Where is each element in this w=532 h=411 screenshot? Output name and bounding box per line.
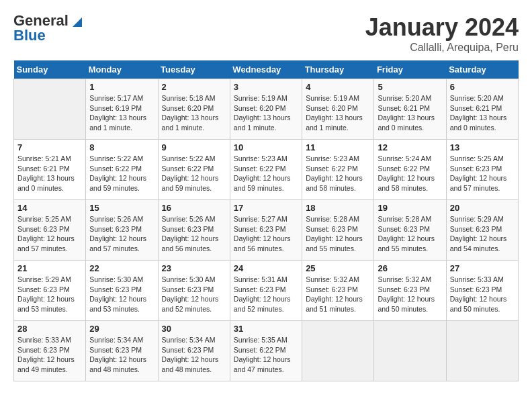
calendar-week-row: 7Sunrise: 5:21 AM Sunset: 6:21 PM Daylig… xyxy=(14,140,519,200)
day-number: 15 xyxy=(89,203,154,213)
day-number: 18 xyxy=(306,203,370,213)
day-info: Sunrise: 5:33 AM Sunset: 6:23 PM Dayligh… xyxy=(450,275,515,314)
calendar-cell: 28Sunrise: 5:33 AM Sunset: 6:23 PM Dayli… xyxy=(14,321,86,381)
calendar-cell: 23Sunrise: 5:30 AM Sunset: 6:23 PM Dayli… xyxy=(158,261,230,321)
day-info: Sunrise: 5:29 AM Sunset: 6:23 PM Dayligh… xyxy=(17,275,82,314)
calendar-cell: 6Sunrise: 5:20 AM Sunset: 6:21 PM Daylig… xyxy=(446,79,518,140)
weekday-header: Wednesday xyxy=(230,60,302,79)
weekday-header: Thursday xyxy=(302,60,374,79)
day-number: 8 xyxy=(89,142,154,152)
calendar-cell: 12Sunrise: 5:24 AM Sunset: 6:22 PM Dayli… xyxy=(374,140,446,200)
page-header: General Blue January 2024 Callalli, Areq… xyxy=(13,13,519,54)
calendar-cell: 30Sunrise: 5:34 AM Sunset: 6:23 PM Dayli… xyxy=(158,321,230,381)
calendar-cell: 21Sunrise: 5:29 AM Sunset: 6:23 PM Dayli… xyxy=(14,261,86,321)
day-info: Sunrise: 5:18 AM Sunset: 6:20 PM Dayligh… xyxy=(162,93,226,133)
day-number: 7 xyxy=(17,142,82,152)
day-number: 3 xyxy=(234,82,298,92)
day-info: Sunrise: 5:21 AM Sunset: 6:21 PM Dayligh… xyxy=(17,154,82,193)
page-subtitle: Callalli, Arequipa, Peru xyxy=(365,42,519,54)
day-number: 27 xyxy=(450,263,515,273)
day-number: 2 xyxy=(162,82,226,92)
day-info: Sunrise: 5:34 AM Sunset: 6:23 PM Dayligh… xyxy=(162,335,226,375)
calendar-week-row: 1Sunrise: 5:17 AM Sunset: 6:19 PM Daylig… xyxy=(14,79,519,140)
calendar-cell: 10Sunrise: 5:23 AM Sunset: 6:22 PM Dayli… xyxy=(230,140,302,200)
day-number: 28 xyxy=(17,324,82,334)
day-number: 29 xyxy=(89,324,154,334)
day-info: Sunrise: 5:30 AM Sunset: 6:23 PM Dayligh… xyxy=(162,275,226,314)
calendar-cell: 19Sunrise: 5:28 AM Sunset: 6:23 PM Dayli… xyxy=(374,200,446,261)
calendar-week-row: 28Sunrise: 5:33 AM Sunset: 6:23 PM Dayli… xyxy=(14,321,519,381)
day-number: 30 xyxy=(162,324,226,334)
day-number: 26 xyxy=(378,263,442,273)
day-number: 14 xyxy=(17,203,82,213)
day-info: Sunrise: 5:23 AM Sunset: 6:22 PM Dayligh… xyxy=(306,154,370,193)
day-info: Sunrise: 5:20 AM Sunset: 6:21 PM Dayligh… xyxy=(378,93,442,133)
weekday-header: Friday xyxy=(374,60,446,79)
day-info: Sunrise: 5:27 AM Sunset: 6:23 PM Dayligh… xyxy=(234,214,298,254)
day-number: 13 xyxy=(450,142,515,152)
day-info: Sunrise: 5:29 AM Sunset: 6:23 PM Dayligh… xyxy=(450,214,515,254)
weekday-header: Monday xyxy=(86,60,158,79)
day-number: 9 xyxy=(162,142,226,152)
calendar-cell: 17Sunrise: 5:27 AM Sunset: 6:23 PM Dayli… xyxy=(230,200,302,261)
calendar-cell: 1Sunrise: 5:17 AM Sunset: 6:19 PM Daylig… xyxy=(86,79,158,140)
calendar-cell: 15Sunrise: 5:26 AM Sunset: 6:23 PM Dayli… xyxy=(86,200,158,261)
day-number: 12 xyxy=(378,142,442,152)
day-number: 31 xyxy=(234,324,298,334)
day-info: Sunrise: 5:22 AM Sunset: 6:22 PM Dayligh… xyxy=(162,154,226,193)
day-info: Sunrise: 5:23 AM Sunset: 6:22 PM Dayligh… xyxy=(234,154,298,193)
day-info: Sunrise: 5:24 AM Sunset: 6:22 PM Dayligh… xyxy=(378,154,442,193)
logo-blue-text: Blue xyxy=(13,28,46,43)
weekday-header: Tuesday xyxy=(158,60,230,79)
title-section: January 2024 Callalli, Arequipa, Peru xyxy=(365,13,519,54)
calendar-cell: 25Sunrise: 5:32 AM Sunset: 6:23 PM Dayli… xyxy=(302,261,374,321)
day-info: Sunrise: 5:28 AM Sunset: 6:23 PM Dayligh… xyxy=(306,214,370,254)
day-number: 11 xyxy=(306,142,370,152)
day-number: 17 xyxy=(234,203,298,213)
weekday-header: Sunday xyxy=(14,60,86,79)
calendar-cell: 20Sunrise: 5:29 AM Sunset: 6:23 PM Dayli… xyxy=(446,200,518,261)
calendar-cell: 29Sunrise: 5:34 AM Sunset: 6:23 PM Dayli… xyxy=(86,321,158,381)
day-info: Sunrise: 5:25 AM Sunset: 6:23 PM Dayligh… xyxy=(17,214,82,254)
day-number: 24 xyxy=(234,263,298,273)
calendar-cell: 8Sunrise: 5:22 AM Sunset: 6:22 PM Daylig… xyxy=(86,140,158,200)
day-number: 19 xyxy=(378,203,442,213)
calendar-cell: 7Sunrise: 5:21 AM Sunset: 6:21 PM Daylig… xyxy=(14,140,86,200)
calendar-cell: 16Sunrise: 5:26 AM Sunset: 6:23 PM Dayli… xyxy=(158,200,230,261)
logo-icon xyxy=(70,15,82,27)
day-info: Sunrise: 5:33 AM Sunset: 6:23 PM Dayligh… xyxy=(17,335,82,375)
day-info: Sunrise: 5:32 AM Sunset: 6:23 PM Dayligh… xyxy=(378,275,442,314)
day-number: 25 xyxy=(306,263,370,273)
day-number: 10 xyxy=(234,142,298,152)
logo: General Blue xyxy=(13,13,82,43)
calendar-cell: 9Sunrise: 5:22 AM Sunset: 6:22 PM Daylig… xyxy=(158,140,230,200)
day-info: Sunrise: 5:31 AM Sunset: 6:23 PM Dayligh… xyxy=(234,275,298,314)
day-info: Sunrise: 5:34 AM Sunset: 6:23 PM Dayligh… xyxy=(89,335,154,375)
day-info: Sunrise: 5:26 AM Sunset: 6:23 PM Dayligh… xyxy=(89,214,154,254)
day-number: 16 xyxy=(162,203,226,213)
svg-marker-0 xyxy=(73,17,82,27)
day-info: Sunrise: 5:25 AM Sunset: 6:23 PM Dayligh… xyxy=(450,154,515,193)
calendar-cell: 22Sunrise: 5:30 AM Sunset: 6:23 PM Dayli… xyxy=(86,261,158,321)
calendar-cell: 24Sunrise: 5:31 AM Sunset: 6:23 PM Dayli… xyxy=(230,261,302,321)
day-info: Sunrise: 5:22 AM Sunset: 6:22 PM Dayligh… xyxy=(89,154,154,193)
calendar-cell: 3Sunrise: 5:19 AM Sunset: 6:20 PM Daylig… xyxy=(230,79,302,140)
calendar-cell xyxy=(302,321,374,381)
day-info: Sunrise: 5:35 AM Sunset: 6:22 PM Dayligh… xyxy=(234,335,298,375)
day-info: Sunrise: 5:20 AM Sunset: 6:21 PM Dayligh… xyxy=(450,93,515,133)
day-info: Sunrise: 5:19 AM Sunset: 6:20 PM Dayligh… xyxy=(234,93,298,133)
weekday-header: Saturday xyxy=(446,60,518,79)
calendar-cell xyxy=(446,321,518,381)
calendar-cell xyxy=(374,321,446,381)
calendar-cell: 5Sunrise: 5:20 AM Sunset: 6:21 PM Daylig… xyxy=(374,79,446,140)
logo-general-text: General xyxy=(13,13,69,28)
day-info: Sunrise: 5:30 AM Sunset: 6:23 PM Dayligh… xyxy=(89,275,154,314)
day-number: 1 xyxy=(89,82,154,92)
day-number: 6 xyxy=(450,82,515,92)
calendar-table: SundayMondayTuesdayWednesdayThursdayFrid… xyxy=(13,60,519,381)
day-number: 23 xyxy=(162,263,226,273)
day-number: 22 xyxy=(89,263,154,273)
calendar-cell: 2Sunrise: 5:18 AM Sunset: 6:20 PM Daylig… xyxy=(158,79,230,140)
calendar-header-row: SundayMondayTuesdayWednesdayThursdayFrid… xyxy=(14,60,519,79)
calendar-cell: 14Sunrise: 5:25 AM Sunset: 6:23 PM Dayli… xyxy=(14,200,86,261)
